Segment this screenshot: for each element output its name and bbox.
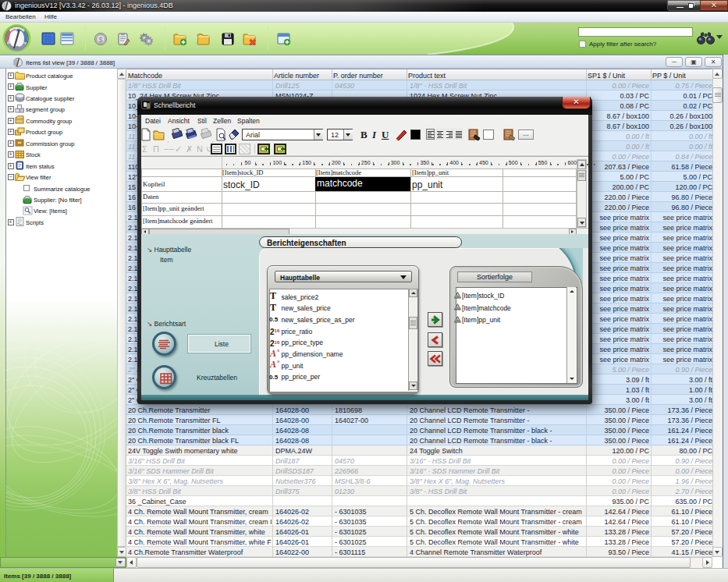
svg-text:$: $ — [98, 36, 102, 44]
